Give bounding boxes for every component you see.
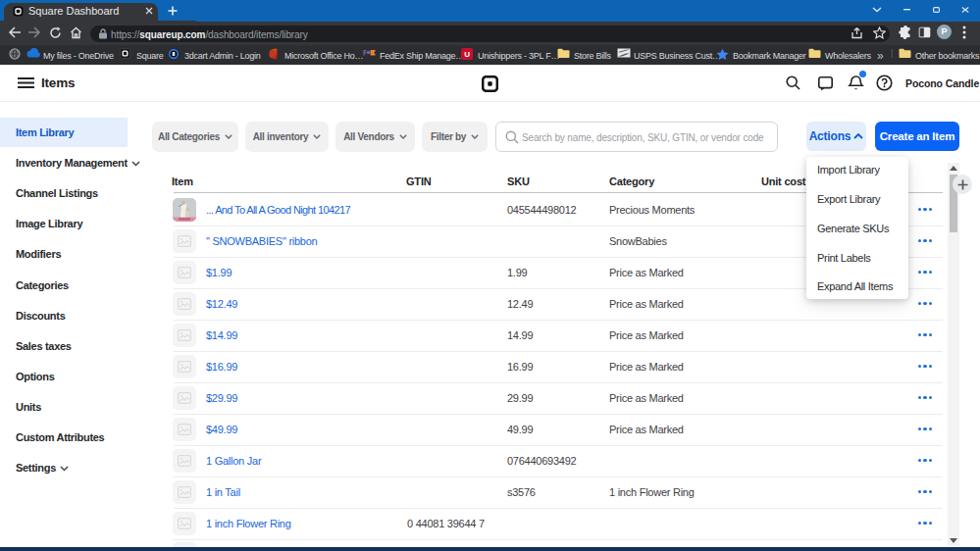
svg-text:U: U [464, 50, 470, 59]
